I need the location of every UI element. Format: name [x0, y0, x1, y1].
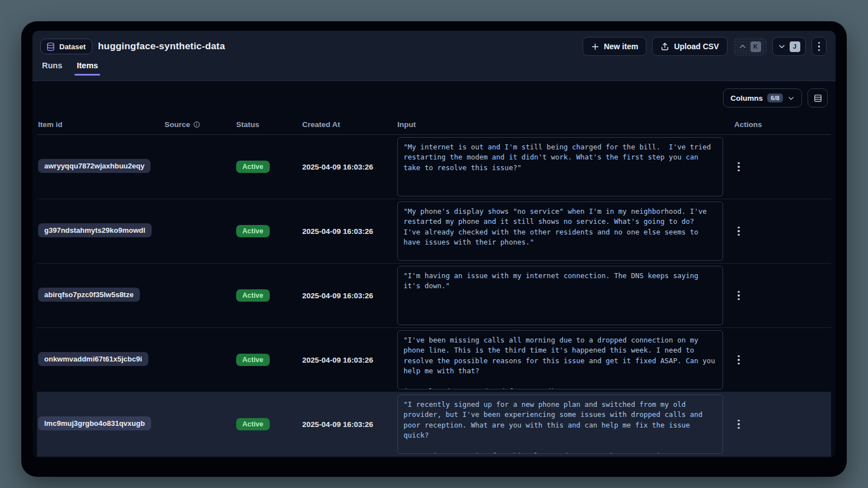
new-item-button[interactable]: New item: [583, 37, 646, 56]
item-id-badge[interactable]: lmc9muj3grgbo4o831qvxugb: [38, 416, 151, 430]
database-icon: [46, 42, 55, 51]
status-badge: Active: [236, 289, 270, 302]
header-status[interactable]: Status: [236, 120, 302, 129]
created-at-cell: 2025-04-09 16:03:26: [302, 292, 397, 300]
input-cell[interactable]: "My phone's display shows "no service" w…: [397, 201, 723, 261]
header-actions: New item Upload CSV K: [583, 37, 827, 56]
table-row[interactable]: g397ndstahmyts29ko9mowdl Active 2025-04-…: [37, 199, 831, 264]
app-header: Dataset huggingface-synthetic-data New i…: [32, 31, 836, 81]
chevron-down-icon: [787, 95, 795, 102]
dataset-badge-label: Dataset: [59, 43, 86, 51]
item-id-badge[interactable]: awryyqqu7872wjaxhbuu2eqy: [38, 159, 151, 173]
input-cell[interactable]: "I've been missing calls all morning due…: [397, 330, 723, 390]
upload-icon: [660, 42, 669, 51]
input-cell[interactable]: "I recently signed up for a new phone pl…: [397, 395, 723, 454]
dataset-app: Dataset huggingface-synthetic-data New i…: [32, 31, 836, 458]
created-at-cell: 2025-04-09 16:03:26: [302, 163, 397, 171]
header-item-id[interactable]: Item id: [37, 120, 165, 129]
page-title: huggingface-synthetic-data: [98, 41, 225, 52]
upload-csv-label: Upload CSV: [674, 42, 719, 51]
columns-count-badge: 6/8: [767, 93, 783, 102]
header-created-at[interactable]: Created At: [302, 120, 397, 129]
row-height-button[interactable]: [808, 88, 828, 107]
row-actions-button[interactable]: [734, 223, 743, 240]
table-row[interactable]: awryyqqu7872wjaxhbuu2eqy Active 2025-04-…: [37, 135, 831, 199]
chevron-up-icon: [739, 43, 747, 50]
status-badge: Active: [236, 225, 270, 237]
header-overflow-menu-button[interactable]: [811, 37, 827, 56]
info-icon: [193, 121, 200, 128]
upload-csv-button[interactable]: Upload CSV: [652, 37, 727, 56]
header-input[interactable]: Input: [397, 120, 729, 129]
item-id-badge[interactable]: g397ndstahmyts29ko9mowdl: [38, 223, 152, 237]
status-badge: Active: [236, 354, 270, 366]
tab-items[interactable]: Items: [77, 61, 98, 76]
header-actions-col: Actions: [729, 120, 831, 129]
table-header-row: Item id Source Status Created At Input A…: [37, 115, 831, 135]
title-row: Dataset huggingface-synthetic-data New i…: [40, 37, 827, 56]
table-row[interactable]: onkwmvaddmi67t61x5jcbc9i Active 2025-04-…: [37, 328, 831, 392]
row-actions-button[interactable]: [734, 159, 743, 175]
row-actions-button[interactable]: [734, 416, 743, 433]
status-badge: Active: [236, 161, 270, 173]
columns-dropdown-button[interactable]: Columns 6/8: [723, 88, 802, 107]
created-at-cell: 2025-04-09 16:03:26: [302, 227, 397, 236]
table-rows-icon: [813, 93, 823, 103]
keycap-j: J: [790, 41, 800, 52]
plus-icon: [591, 43, 599, 51]
app-window: Dataset huggingface-synthetic-data New i…: [21, 21, 847, 477]
keycap-k: K: [750, 41, 761, 52]
created-at-cell: 2025-04-09 16:03:26: [302, 356, 397, 364]
table-toolbar: Columns 6/8: [32, 81, 836, 115]
input-cell[interactable]: "I'm having an issue with my internet co…: [397, 266, 723, 325]
input-cell[interactable]: "My internet is out and I'm still being …: [397, 137, 723, 196]
prev-item-button[interactable]: K: [733, 37, 767, 56]
created-at-cell: 2025-04-09 16:03:26: [302, 420, 397, 429]
item-id-badge[interactable]: onkwmvaddmi67t61x5jcbc9i: [38, 352, 148, 366]
chevron-down-icon: [778, 43, 786, 50]
new-item-label: New item: [604, 42, 638, 51]
dataset-type-badge: Dataset: [40, 39, 92, 54]
status-badge: Active: [236, 418, 270, 430]
row-actions-button[interactable]: [734, 352, 743, 368]
tab-bar: Runs Items: [40, 61, 827, 76]
table-row[interactable]: abirqfso7pzc0f35lw5s8tze Active 2025-04-…: [37, 264, 831, 328]
columns-label: Columns: [730, 94, 763, 102]
tab-runs[interactable]: Runs: [42, 61, 62, 76]
items-table: Item id Source Status Created At Input A…: [32, 115, 836, 458]
kebab-icon: [818, 42, 820, 51]
row-actions-button[interactable]: [734, 288, 743, 304]
header-source[interactable]: Source: [165, 120, 236, 129]
item-id-badge[interactable]: abirqfso7pzc0f35lw5s8tze: [38, 288, 140, 302]
table-row[interactable]: lmc9muj3grgbo4o831qvxugb Active 2025-04-…: [37, 392, 831, 457]
next-item-button[interactable]: J: [772, 37, 806, 56]
